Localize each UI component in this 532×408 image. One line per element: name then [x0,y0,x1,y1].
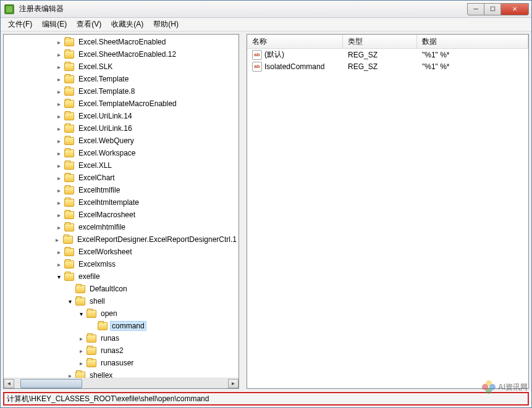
expand-icon[interactable]: ▸ [54,75,63,83]
tree-item-label: Excel.Template [77,74,130,84]
tree-item[interactable]: ▸Excel.XLL [4,159,239,172]
expand-icon[interactable]: ▸ [54,186,63,194]
tree-item-label: Excelhtmlfile [77,185,122,195]
expand-icon[interactable]: ▸ [54,210,63,219]
menu-favorites[interactable]: 收藏夹(A) [106,18,148,31]
folder-icon [64,211,74,219]
expand-icon[interactable]: ▸ [53,235,62,244]
tree-item[interactable]: ▸Excel.SheetMacroEnabled.12 [4,48,239,60]
tree-item[interactable]: ▸shellex [4,369,239,378]
tree-item-label: Excel.Workspace [77,148,137,158]
expand-icon[interactable]: ▸ [54,62,63,71]
tree-item-label: Excel.WebQuery [77,136,136,146]
folder-icon [64,88,74,96]
tree-item[interactable]: ▸ExcelReportDesigner.ExcelReportDesigner… [4,233,239,246]
menu-edit[interactable]: 编辑(E) [37,18,72,31]
expand-icon[interactable]: ▸ [54,87,63,96]
tree-item[interactable]: ▸excelmhtmlfile [4,221,239,233]
tree-item-label: Excel.TemplateMacroEnabled [77,99,179,109]
collapse-icon[interactable]: ▾ [65,297,74,306]
expand-icon[interactable]: ▸ [77,346,85,355]
folder-icon [64,186,74,194]
tree-item[interactable]: ▸Excel.UriLink.16 [4,122,239,135]
tree-item[interactable]: ▸Excel.UriLink.14 [4,110,239,122]
tree-item[interactable]: ▸ExcelChart [4,172,239,184]
scroll-right-button[interactable]: ► [228,379,239,388]
collapse-icon[interactable]: ▾ [77,309,85,318]
expand-icon[interactable]: ▸ [54,173,63,182]
tree-item[interactable]: ▸Excel.Workspace [4,147,239,159]
expand-icon[interactable]: ▸ [54,136,63,145]
tree-item-label: Excel.SLK [77,62,114,72]
content-area: ▸Excel.SheetMacroEnabled▸Excel.SheetMacr… [1,31,531,391]
maximize-button[interactable]: ☐ [484,3,501,15]
menu-view[interactable]: 查看(V) [72,18,106,31]
expand-icon[interactable]: ▸ [65,371,74,378]
minimize-button[interactable]: ─ [467,3,484,15]
expand-icon[interactable]: ▸ [77,359,85,367]
registry-tree[interactable]: ▸Excel.SheetMacroEnabled▸Excel.SheetMacr… [4,35,239,378]
tree-item[interactable]: DefaultIcon [4,283,239,295]
tree-item[interactable]: ▸Excelxmlss [4,258,239,270]
folder-icon [64,162,74,170]
expand-icon[interactable]: ▸ [54,50,63,59]
titlebar[interactable]: 注册表编辑器 ─ ☐ ✕ [1,1,531,18]
list-row[interactable]: abIsolatedCommandREG_SZ"%1" %* [247,60,528,72]
folder-icon [64,273,74,281]
scroll-thumb[interactable] [20,379,82,388]
tree-item[interactable]: ▾open [4,307,239,320]
no-expand-icon [88,322,96,330]
tree-item[interactable]: ▾shell [4,295,239,307]
tree-item[interactable]: ▸runasuser [4,357,239,369]
expand-icon[interactable]: ▸ [54,38,63,46]
window: 注册表编辑器 ─ ☐ ✕ 文件(F) 编辑(E) 查看(V) 收藏夹(A) 帮助… [0,0,532,408]
folder-icon [63,236,73,244]
tree-item[interactable]: ▸ExcelWorksheet [4,246,239,258]
expand-icon[interactable]: ▸ [54,260,63,269]
tree-item[interactable]: ▸Excel.WebQuery [4,135,239,147]
menu-file[interactable]: 文件(F) [3,18,37,31]
tree-item[interactable]: ▾exefile [4,270,239,283]
scroll-left-button[interactable]: ◄ [4,379,14,388]
expand-icon[interactable]: ▸ [54,161,63,170]
collapse-icon[interactable]: ▾ [54,272,63,281]
tree-hscrollbar[interactable]: ◄ ► [4,378,239,388]
tree-item-label: ExcelReportDesigner.ExcelReportDesignerC… [75,235,239,244]
col-data[interactable]: 数据 [417,35,528,48]
list-row[interactable]: ab(默认)REG_SZ"%1" %* [247,49,528,60]
scroll-track[interactable] [14,379,228,388]
tree-item-label: DefaultIcon [88,284,129,294]
close-button[interactable]: ✕ [500,3,529,15]
tree-item[interactable]: ▸Excel.Template [4,73,239,85]
tree-item[interactable]: command [4,320,239,332]
status-path: 计算机\HKEY_CLASSES_ROOT\exefile\shell\open… [7,394,209,404]
value-name: IsolatedCommand [264,62,324,71]
expand-icon[interactable]: ▸ [54,248,63,256]
tree-item[interactable]: ▸runas2 [4,344,239,357]
tree-item-label: command [110,321,146,331]
folder-icon [64,260,74,269]
tree-item[interactable]: ▸Excel.Template.8 [4,85,239,98]
expand-icon[interactable]: ▸ [54,149,63,157]
tree-item[interactable]: ▸Excel.SheetMacroEnabled [4,36,239,48]
tree-item[interactable]: ▸Excelhtmlfile [4,184,239,196]
expand-icon[interactable]: ▸ [54,112,63,120]
tree-item[interactable]: ▸Excel.TemplateMacroEnabled [4,98,239,110]
values-list[interactable]: ab(默认)REG_SZ"%1" %*abIsolatedCommandREG_… [247,49,528,388]
expand-icon[interactable]: ▸ [54,124,63,133]
expand-icon[interactable]: ▸ [54,223,63,231]
value-name: (默认) [264,49,284,60]
menu-help[interactable]: 帮助(H) [148,18,184,31]
splitter[interactable] [242,34,244,389]
tree-item[interactable]: ▸Excelhtmltemplate [4,196,239,209]
tree-item[interactable]: ▸Excel.SLK [4,60,239,73]
expand-icon[interactable]: ▸ [54,198,63,207]
folder-icon [64,137,74,145]
col-name[interactable]: 名称 [247,35,343,48]
folder-icon [98,322,108,330]
expand-icon[interactable]: ▸ [77,334,85,343]
tree-item[interactable]: ▸runas [4,332,239,344]
expand-icon[interactable]: ▸ [54,99,63,108]
tree-item[interactable]: ▸ExcelMacrosheet [4,209,239,221]
col-type[interactable]: 类型 [343,35,417,48]
